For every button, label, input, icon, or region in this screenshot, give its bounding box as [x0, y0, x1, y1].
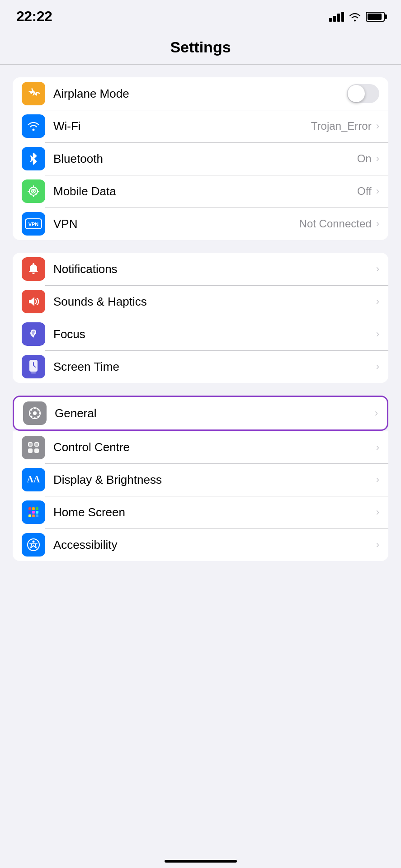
svg-rect-32	[36, 511, 38, 514]
status-bar: 22:22	[0, 0, 401, 29]
status-time: 22:22	[16, 8, 52, 25]
wifi-icon	[22, 114, 45, 138]
home-screen-label: Home Screen	[53, 505, 376, 519]
sounds-haptics-row[interactable]: Sounds & Haptics ›	[13, 285, 388, 318]
svg-rect-30	[28, 511, 31, 514]
control-centre-label: Control Centre	[53, 440, 376, 454]
svg-point-12	[34, 407, 36, 409]
vpn-value: Not Connected	[299, 217, 372, 230]
mobile-data-value: Off	[357, 185, 372, 198]
svg-point-37	[33, 541, 35, 543]
notifications-icon	[22, 257, 45, 281]
svg-point-16	[31, 409, 33, 411]
display-brightness-label: Display & Brightness	[53, 473, 376, 487]
wifi-row[interactable]: Wi-Fi Trojan_Error ›	[13, 110, 388, 142]
vpn-label: VPN	[53, 217, 299, 231]
svg-rect-24	[29, 443, 32, 446]
wifi-value: Trojan_Error	[311, 120, 372, 132]
screen-time-chevron-icon: ›	[376, 361, 379, 373]
accessibility-row[interactable]: Accessibility ›	[13, 528, 388, 561]
notifications-label: Notifications	[53, 262, 376, 276]
bluetooth-value: On	[357, 152, 372, 165]
bluetooth-label: Bluetooth	[53, 152, 357, 166]
wifi-chevron-icon: ›	[376, 120, 379, 132]
control-centre-chevron-icon: ›	[376, 442, 379, 453]
svg-rect-25	[35, 443, 38, 446]
svg-point-13	[34, 417, 36, 419]
svg-rect-23	[34, 448, 39, 453]
svg-point-19	[31, 416, 33, 418]
display-brightness-chevron-icon: ›	[376, 474, 379, 486]
svg-rect-31	[32, 511, 35, 514]
svg-rect-28	[32, 507, 35, 510]
mobile-data-chevron-icon: ›	[376, 185, 379, 197]
mobile-data-row[interactable]: Mobile Data Off ›	[13, 175, 388, 208]
general-icon	[23, 401, 47, 425]
vpn-chevron-icon: ›	[376, 218, 379, 230]
svg-rect-27	[28, 507, 31, 510]
page-title: Settings	[170, 38, 231, 56]
signal-bars-icon	[329, 12, 344, 22]
connectivity-group: ✈ Airplane Mode Wi-Fi Trojan_Error › Blu…	[13, 77, 388, 240]
bluetooth-chevron-icon: ›	[376, 153, 379, 165]
wifi-label: Wi-Fi	[53, 119, 311, 133]
focus-chevron-icon: ›	[376, 328, 379, 340]
svg-rect-35	[36, 514, 38, 517]
svg-point-11	[33, 411, 37, 415]
home-screen-chevron-icon: ›	[376, 506, 379, 518]
bluetooth-row[interactable]: Bluetooth On ›	[13, 142, 388, 175]
battery-icon	[366, 12, 385, 22]
sounds-haptics-icon	[22, 290, 45, 313]
bluetooth-icon	[22, 147, 45, 170]
svg-rect-29	[36, 507, 38, 510]
svg-point-14	[29, 412, 31, 414]
general-chevron-icon: ›	[375, 407, 378, 419]
airplane-mode-icon: ✈	[22, 82, 45, 105]
home-screen-icon	[22, 500, 45, 524]
svg-rect-34	[32, 514, 35, 517]
accessibility-label: Accessibility	[53, 538, 376, 552]
home-screen-row[interactable]: Home Screen ›	[13, 496, 388, 528]
general-group: General ›	[13, 396, 388, 431]
svg-point-18	[38, 409, 39, 411]
airplane-mode-label: Airplane Mode	[53, 87, 347, 101]
airplane-mode-toggle[interactable]	[347, 84, 379, 103]
control-centre-row[interactable]: Control Centre ›	[13, 431, 388, 463]
home-indicator	[165, 860, 237, 863]
accessibility-icon	[22, 533, 45, 557]
focus-label: Focus	[53, 327, 376, 341]
svg-point-15	[39, 412, 41, 414]
focus-row[interactable]: Focus ›	[13, 318, 388, 350]
notifications-chevron-icon: ›	[376, 263, 379, 275]
screen-time-icon	[22, 355, 45, 378]
vpn-row[interactable]: VPN VPN Not Connected ›	[13, 208, 388, 240]
svg-rect-9	[31, 373, 36, 373]
mobile-data-icon	[22, 179, 45, 203]
general-label: General	[55, 406, 375, 420]
focus-icon	[22, 322, 45, 346]
sounds-haptics-chevron-icon: ›	[376, 296, 379, 307]
svg-rect-22	[28, 448, 33, 453]
svg-point-17	[38, 416, 39, 418]
notifications-row[interactable]: Notifications ›	[13, 253, 388, 285]
display-brightness-row[interactable]: AA Display & Brightness ›	[13, 463, 388, 496]
control-centre-icon	[22, 436, 45, 459]
wifi-status-icon	[349, 12, 361, 22]
screen-time-label: Screen Time	[53, 360, 376, 374]
svg-point-1	[33, 129, 35, 131]
bottom-group: Control Centre › AA Display & Brightness…	[13, 431, 388, 561]
mobile-data-label: Mobile Data	[53, 184, 357, 198]
display-brightness-icon: AA	[22, 468, 45, 491]
status-icons	[329, 12, 385, 22]
accessibility-chevron-icon: ›	[376, 539, 379, 551]
airplane-mode-row[interactable]: ✈ Airplane Mode	[13, 77, 388, 110]
notifications-group: Notifications › Sounds & Haptics › Focus	[13, 253, 388, 383]
svg-text:AA: AA	[27, 474, 40, 484]
screen-time-row[interactable]: Screen Time ›	[13, 350, 388, 383]
svg-text:VPN: VPN	[28, 222, 39, 227]
svg-rect-33	[28, 514, 31, 517]
general-row[interactable]: General ›	[14, 397, 387, 429]
svg-marker-7	[29, 297, 34, 306]
settings-header: Settings	[0, 29, 401, 65]
sounds-haptics-label: Sounds & Haptics	[53, 295, 376, 309]
